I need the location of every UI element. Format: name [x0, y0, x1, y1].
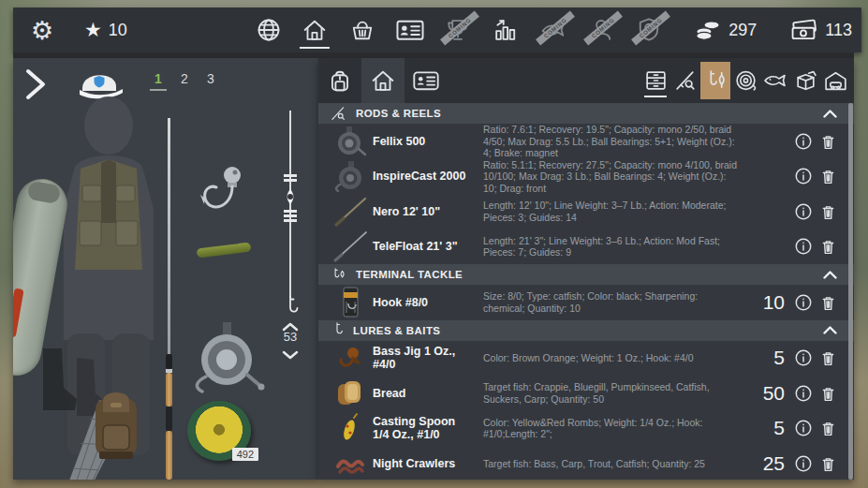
info-button[interactable]	[790, 167, 816, 185]
collapse-chevron-icon[interactable]	[823, 326, 837, 334]
filter-storage[interactable]	[640, 62, 670, 99]
jig-head-slot[interactable]	[197, 163, 247, 225]
delete-button[interactable]	[816, 167, 841, 185]
inventory-row-nero[interactable]: Nero 12' 10" Length: 12' 10"; Line Weigh…	[318, 194, 854, 229]
spinning-reel-thumb-icon	[328, 160, 373, 192]
chevron-down-icon	[282, 350, 299, 360]
inventory-row-hook-8-0[interactable]: Hook #8/0 Size: 8/0; Type: catfish; Colo…	[318, 285, 854, 320]
tab-backpack[interactable]	[318, 58, 361, 103]
depth-decrease-button[interactable]	[282, 347, 299, 363]
rig-sinker	[284, 210, 297, 213]
section-header-rods-reels[interactable]: RODS & REELS	[318, 103, 854, 124]
item-description: Color: Brown Orange; Weight: 1 Oz.; Hook…	[472, 352, 747, 363]
collapse-chevron-icon[interactable]	[823, 271, 837, 279]
level-indicator[interactable]: ★ 10	[84, 19, 127, 41]
garage-icon	[822, 68, 849, 94]
reel-slot[interactable]	[189, 322, 266, 393]
world-map-button[interactable]	[255, 7, 283, 52]
outfit-tab-1[interactable]: 1	[150, 71, 167, 91]
delete-button[interactable]	[816, 237, 841, 256]
item-description: Size: 8/0; Type: catfish; Color: black; …	[472, 290, 747, 314]
outfit-tab-2[interactable]: 2	[176, 71, 193, 91]
delete-button[interactable]	[816, 132, 841, 151]
filter-rods-reels[interactable]	[670, 62, 700, 99]
inventory-row-bread[interactable]: Bread Target fish: Crappie, Bluegill, Pu…	[318, 376, 854, 411]
item-name: Casting Spoon 1/4 Oz., #1/0	[373, 415, 472, 442]
trash-icon	[819, 348, 837, 367]
hook-icon	[281, 296, 300, 318]
filter-lures[interactable]	[760, 62, 790, 99]
item-quantity: 5	[747, 417, 790, 439]
rod-case-cap	[26, 181, 61, 205]
outfit-tab-3[interactable]: 3	[202, 71, 219, 91]
level-value: 10	[109, 21, 127, 40]
inventory-row-telefloat[interactable]: TeleFloat 21' 3" Length: 21' 3"; Line We…	[318, 229, 854, 265]
inventory-row-fellix-500[interactable]: Fellix 500 Ratio: 7.6:1; Recovery: 19.5"…	[318, 124, 854, 159]
line-spool-slot[interactable]: 492	[187, 401, 255, 466]
collapse-chevron-icon[interactable]	[823, 110, 837, 118]
shop-button[interactable]	[346, 7, 378, 52]
item-quantity: 10	[747, 291, 790, 314]
settings-button[interactable]: ⚙	[26, 7, 58, 52]
worms-thumb-icon	[328, 448, 373, 480]
info-button[interactable]	[790, 132, 816, 151]
delete-button[interactable]	[816, 293, 841, 312]
delete-button[interactable]	[816, 202, 841, 221]
statistics-button[interactable]	[490, 7, 522, 52]
rod-blank	[168, 118, 170, 354]
tournaments-button[interactable]: COMING	[442, 7, 474, 52]
info-button[interactable]	[790, 202, 816, 221]
filter-terminal-tackle[interactable]	[700, 62, 730, 99]
competitions-button[interactable]: COMING	[537, 7, 569, 52]
info-button[interactable]	[790, 454, 816, 473]
rig-float-slot[interactable]	[282, 187, 299, 212]
globe-icon	[256, 17, 282, 43]
item-name: Hook #8/0	[373, 296, 472, 309]
filter-garage[interactable]	[820, 62, 850, 99]
inventory-row-night-crawlers[interactable]: Night Crawlers Target fish: Bass, Carp, …	[318, 446, 854, 480]
friends-button[interactable]: COMING	[585, 7, 617, 52]
item-name: Bass Jig 1 Oz., #4/0	[373, 345, 472, 372]
info-icon	[794, 237, 813, 256]
filter-chum[interactable]	[790, 62, 820, 99]
delete-button[interactable]	[816, 454, 841, 473]
trash-icon	[819, 419, 837, 437]
delete-button[interactable]	[816, 348, 841, 367]
info-button[interactable]	[790, 237, 816, 256]
inventory-row-casting-spoon[interactable]: Casting Spoon 1/4 Oz., #1/0 Color: Yello…	[318, 411, 854, 447]
jig-head-icon	[197, 163, 247, 225]
rod-slot[interactable]	[163, 118, 174, 480]
coins-balance[interactable]: 297	[694, 16, 757, 44]
inventory-row-inspirecast-2000[interactable]: InspireCast 2000 Ratio: 5.1:1; Recovery:…	[318, 159, 854, 195]
trash-icon	[819, 167, 837, 185]
tab-home-storage[interactable]	[361, 58, 405, 103]
filter-underline	[644, 96, 667, 97]
info-icon	[794, 293, 813, 312]
home-button[interactable]	[299, 7, 331, 52]
section-title: TERMINAL TACKLE	[356, 269, 815, 280]
info-button[interactable]	[790, 419, 816, 437]
rig-sinker	[284, 179, 297, 182]
scrollbar[interactable]	[848, 103, 853, 480]
info-button[interactable]	[790, 384, 816, 403]
section-header-lures-baits[interactable]: LURES & BAITS	[318, 320, 854, 341]
clans-button[interactable]: COMING	[633, 7, 665, 52]
section-header-terminal-tackle[interactable]: TERMINAL TACKLE	[318, 264, 854, 285]
inventory-row-bass-jig[interactable]: Bass Jig 1 Oz., #4/0 Color: Brown Orange…	[318, 341, 854, 377]
delete-button[interactable]	[816, 384, 841, 403]
info-button[interactable]	[790, 293, 816, 312]
item-quantity: 5	[747, 347, 790, 369]
backpack-slot[interactable]	[88, 388, 144, 463]
trash-icon	[819, 237, 837, 256]
delete-button[interactable]	[816, 419, 841, 437]
info-button[interactable]	[790, 348, 816, 367]
item-quantity: 25	[747, 452, 790, 475]
licenses-button[interactable]	[394, 7, 426, 52]
rig-setup: 53	[272, 105, 309, 423]
soft-bait-slot[interactable]	[197, 243, 252, 259]
tab-licenses[interactable]	[405, 58, 448, 103]
home-icon	[301, 16, 329, 44]
filter-lines[interactable]	[730, 62, 760, 99]
cash-balance[interactable]: 113	[788, 17, 852, 43]
rig-sinker	[284, 174, 297, 177]
